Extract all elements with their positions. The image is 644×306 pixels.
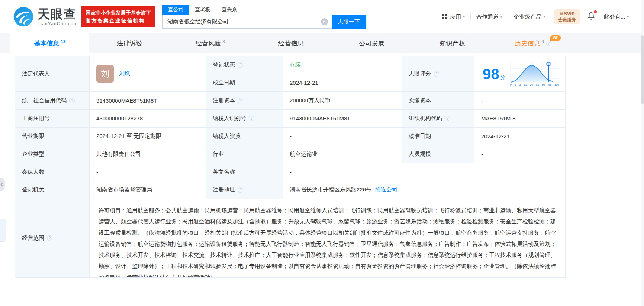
search-block: 查公司 查老板 查关系 ✕ 天眼一下 [162,5,366,29]
tab-company-development[interactable]: 公司发展 [331,33,412,53]
approval-date-label: 核准日期 [402,128,474,145]
reg-number-value: 430000000128278 [90,110,206,128]
search-input[interactable] [162,15,332,29]
reg-number-label: 工商注册号 [15,110,90,128]
establish-date-label: 成立日期 [206,74,283,92]
legal-rep-avatar[interactable]: 刘 [96,65,114,83]
org-code-label: 组织机构代码 ? [402,110,474,128]
company-type-label: 企业类型 [15,145,90,163]
insured-count-label: 参保人数 [15,163,90,181]
reg-address-value: 湖南省长沙市开福区东风路226号 附近公司 [283,181,566,199]
company-info-table: 法定代表人 刘 刘斌 登记状态 ? 存续 天眼评分 ? 98分 [15,56,565,278]
cert-line2: 官方备案企业征信机构 [86,17,151,25]
chevron-down-icon: ▾ [627,15,629,19]
status-badge: 存续 [290,61,301,68]
help-icon[interactable]: ? [434,71,439,77]
help-icon[interactable]: ? [238,62,243,68]
nav-partner-channel[interactable]: 合作通道 ▾ [470,13,508,20]
paid-capital-value: - [474,92,566,110]
chevron-down-icon: ▾ [463,15,465,19]
establish-date-value: 2024-12-21 [283,74,402,92]
english-name-value: - [283,163,566,181]
help-icon[interactable]: ? [249,116,254,121]
svip-line1: ♛SVIP [558,11,576,17]
legal-rep-name-link[interactable]: 刘斌 [119,70,130,77]
help-icon[interactable]: ? [546,41,551,46]
cert-line1: 国家中小企业发展子基金旗下 [86,9,151,17]
english-name-label: 英文名称 [206,163,283,181]
tab-basic-info-label: 基本信息 [34,39,59,48]
logo-text: 天眼查 TianYanCha.com [38,8,78,26]
help-icon[interactable]: ? [445,116,450,121]
tab-intellectual-property[interactable]: 知识产权 [412,33,493,53]
search-button[interactable]: 天眼一下 [332,15,366,29]
svip-membership-button[interactable]: ♛SVIP 会员服务 [554,9,580,24]
tianyancha-logo[interactable]: 天眼查 TianYanCha.com [13,6,78,27]
search-row: ✕ 天眼一下 [162,15,366,29]
help-icon[interactable]: ? [69,98,75,103]
business-term-value: 2024-12-21 至 无固定期限 [90,128,206,145]
nearby-companies-link[interactable]: 附近公司 [375,186,397,193]
tianyancha-logo-icon [13,6,34,27]
crown-icon: ♛ [559,11,564,16]
search-tab-relation[interactable]: 查关系 [216,5,243,15]
search-tab-company[interactable]: 查公司 [162,5,189,15]
nav-enterprise-products[interactable]: 企业级产品 ▾ [508,13,551,20]
logo-domain: TianYanCha.com [38,22,78,26]
tab-legal-litigation[interactable]: 法律诉讼 [89,33,170,53]
score-number: 98 [483,66,499,82]
help-icon[interactable]: ? [238,98,243,103]
taxpayer-id-value: 91430000MAE8T51M8T [283,110,402,128]
score-unit: 分 [500,74,506,80]
score-curve [510,62,559,83]
insured-count-value: - [90,163,206,181]
org-code-value: MAE8T51M-8 [474,110,566,128]
certification-badge: 国家中小企业发展子基金旗下 官方备案企业征信机构 [81,6,155,27]
page-scrollbar [641,0,644,306]
chevron-down-icon: ▾ [543,15,545,19]
scrollbar-thumb[interactable] [641,35,644,104]
search-tab-boss[interactable]: 查老板 [189,5,216,15]
tianyan-score-value[interactable]: 98分 [474,56,566,92]
legal-rep-value: 刘 刘斌 [90,56,206,92]
business-scope-label: 经营范围 ? [15,199,90,278]
tab-basic-info[interactable]: 基本信息 13 [10,33,89,53]
tianyancha-company-page: 天眼查 TianYanCha.com 国家中小企业发展子基金旗下 官方备案企业征… [0,0,644,306]
legal-rep-label: 法定代表人 [15,56,90,92]
tab-operating-risk[interactable]: 经营风险 3 [170,33,251,53]
side-drawer-handle[interactable] [0,178,5,191]
nav-apps[interactable]: 应用 ▾ [437,13,470,20]
nav-more-label: 此处有... [604,13,625,20]
search-tabs: 查公司 查老板 查关系 [162,5,366,15]
nav-enterprise-label: 企业级产品 [513,13,541,20]
credit-code-label: 统一社会信用代码 ? [15,92,90,110]
logo-name: 天眼查 [38,8,78,20]
business-scope-text: 许可项目：通用航空服务；公共航空运输；民用机场运营；民用航空器维修；民用航空维修… [99,205,556,278]
reg-status-label: 登记状态 ? [206,56,283,74]
tab-basic-info-count: 13 [61,39,65,44]
vip-badge: VIP [550,35,561,41]
help-icon[interactable]: ? [238,187,243,193]
side-float-widget[interactable] [0,219,6,242]
help-icon[interactable]: ? [47,235,52,241]
nav-apps-label: 应用 [450,13,461,20]
tab-business-info[interactable]: 经营信息 [251,33,331,53]
credit-code-value: 91430000MAE8T51M8T [90,92,206,110]
industry-label: 行业 [206,145,283,163]
approval-date-value: 2024-12-21 [474,128,566,145]
search-input-wrap: ✕ [162,15,332,29]
score-axis-ticks: 0131550859799100 [510,83,559,86]
tab-history-info[interactable]: VIP 历史信息 6 ? [493,33,573,53]
tianyan-score-label: 天眼评分 ? [402,56,474,92]
clear-icon[interactable]: ✕ [321,18,328,25]
top-header: 天眼查 TianYanCha.com 国家中小企业发展子基金旗下 官方备案企业征… [0,0,644,33]
score-distribution-chart: 0131550859799100 [510,62,559,86]
company-type-value: 其他有限责任公司 [90,145,206,163]
nav-partner-label: 合作通道 [476,13,499,20]
notification-bell-button[interactable] [587,12,595,22]
top-nav: 应用 ▾ 合作通道 ▾ 企业级产品 ▾ ♛SVIP 会员服务 [437,9,644,24]
taxpayer-quality-label: 纳税人资质 [206,128,283,145]
nav-more-menu[interactable]: 此处有... ▾ [598,13,634,20]
apps-grid-icon [442,14,447,19]
reg-status-value: 存续 [283,56,402,74]
